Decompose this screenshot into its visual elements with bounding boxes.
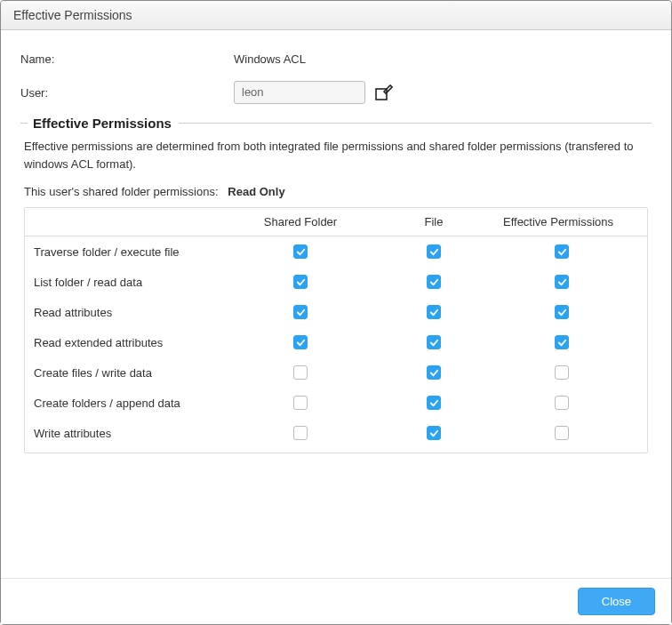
user-row: User: leon	[20, 80, 652, 105]
effective-cell	[478, 365, 645, 380]
effective-cell	[478, 426, 645, 440]
file-cell	[389, 426, 478, 440]
table-body[interactable]: Traverse folder / execute fileList folde…	[25, 236, 647, 453]
file-cell	[389, 275, 478, 289]
name-value: Windows ACL	[234, 52, 652, 66]
checkbox-checked-icon	[293, 335, 308, 349]
checkbox-checked-icon	[555, 335, 569, 349]
permission-label: Create files / write data	[25, 366, 212, 380]
header-effective: Effective Permissions	[478, 208, 638, 236]
edit-icon	[375, 84, 393, 100]
shared-folder-cell	[212, 335, 389, 349]
checkbox-unchecked-icon	[555, 426, 569, 440]
legend-line	[20, 123, 28, 124]
file-cell	[389, 335, 478, 349]
header-file: File	[389, 208, 478, 236]
permission-label: Write attributes	[25, 427, 212, 440]
effective-permissions-fieldset: Effective Permissions Effective permissi…	[20, 116, 652, 569]
checkbox-checked-icon	[427, 305, 441, 319]
table-row: Read extended attributes	[25, 327, 647, 357]
checkbox-checked-icon	[427, 275, 441, 289]
shared-folder-cell	[212, 365, 389, 380]
permission-label: Create folders / append data	[25, 397, 212, 410]
permission-label: Read extended attributes	[25, 336, 212, 349]
effective-cell	[478, 305, 645, 319]
checkbox-unchecked-icon	[555, 365, 569, 380]
shared-folder-cell	[212, 396, 389, 410]
table-row: Create files / write data	[25, 357, 647, 388]
checkbox-checked-icon	[293, 244, 308, 259]
perm-label: This user's shared folder permissions:	[24, 185, 219, 198]
permission-label: Traverse folder / execute file	[25, 245, 212, 259]
shared-folder-cell	[212, 244, 389, 259]
permission-label: Read attributes	[25, 306, 212, 319]
user-label: User:	[20, 86, 234, 100]
window-title: Effective Permissions	[13, 8, 132, 22]
checkbox-checked-icon	[555, 244, 569, 259]
shared-folder-cell	[212, 275, 389, 289]
table-header: Shared Folder File Effective Permissions	[25, 208, 647, 236]
file-cell	[389, 244, 478, 259]
edit-user-button[interactable]	[374, 83, 394, 102]
permissions-table: Shared Folder File Effective Permissions…	[24, 207, 648, 453]
checkbox-checked-icon	[555, 275, 569, 289]
checkbox-checked-icon	[427, 426, 441, 440]
checkbox-checked-icon	[293, 305, 308, 319]
name-label: Name:	[20, 52, 234, 66]
effective-cell	[478, 244, 645, 259]
shared-folder-cell	[212, 305, 389, 319]
effective-cell	[478, 335, 645, 349]
effective-permissions-window: Effective Permissions Name: Windows ACL …	[0, 0, 672, 625]
file-cell	[389, 305, 478, 319]
checkbox-checked-icon	[427, 365, 441, 380]
checkbox-unchecked-icon	[293, 426, 308, 440]
file-cell	[389, 365, 478, 380]
checkbox-unchecked-icon	[293, 365, 308, 380]
checkbox-checked-icon	[293, 275, 308, 289]
table-row: Read attributes	[25, 297, 647, 327]
table-row: Traverse folder / execute file	[25, 236, 647, 267]
description-text: Effective permissions are determined fro…	[24, 138, 648, 172]
checkbox-unchecked-icon	[293, 396, 308, 410]
legend-line	[179, 123, 652, 124]
user-field[interactable]: leon	[234, 81, 365, 104]
permission-label: List folder / read data	[25, 276, 212, 289]
checkbox-checked-icon	[427, 244, 441, 259]
effective-cell	[478, 275, 645, 289]
shared-folder-permission-line: This user's shared folder permissions: R…	[24, 185, 648, 198]
shared-folder-cell	[212, 426, 389, 440]
checkbox-checked-icon	[555, 305, 569, 319]
checkbox-checked-icon	[427, 396, 441, 410]
table-row: List folder / read data	[25, 267, 647, 297]
fieldset-legend: Effective Permissions	[20, 116, 652, 131]
checkbox-unchecked-icon	[555, 396, 569, 410]
header-shared-folder: Shared Folder	[212, 208, 389, 236]
header-permission	[25, 208, 212, 236]
window-content: Name: Windows ACL User: leon Effective P…	[1, 30, 671, 578]
perm-value: Read Only	[228, 185, 284, 198]
file-cell	[389, 396, 478, 410]
window-titlebar: Effective Permissions	[1, 1, 671, 30]
effective-cell	[478, 396, 645, 410]
checkbox-checked-icon	[427, 335, 441, 349]
table-row: Write attributes	[25, 418, 647, 448]
name-row: Name: Windows ACL	[20, 46, 652, 71]
table-row: Create folders / append data	[25, 388, 647, 418]
legend-title: Effective Permissions	[33, 116, 172, 131]
window-footer: Close	[1, 578, 671, 624]
close-button[interactable]: Close	[578, 588, 655, 615]
